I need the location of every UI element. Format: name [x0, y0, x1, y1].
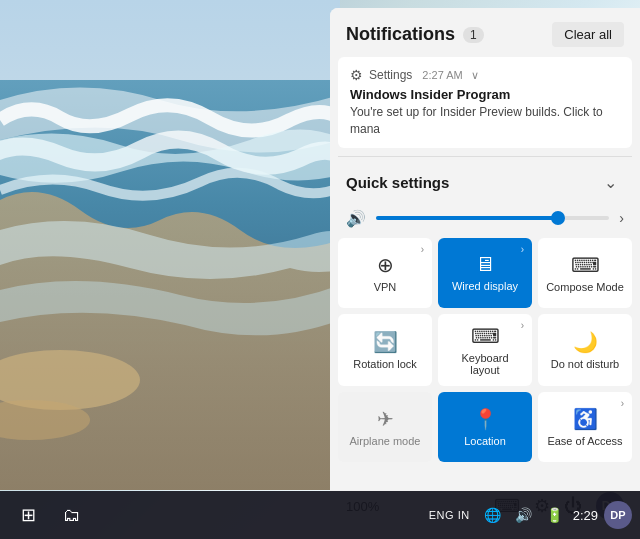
ease-of-access-chevron-icon: ›	[621, 398, 624, 409]
file-explorer-icon: 🗂	[63, 505, 81, 526]
start-button[interactable]: ⊞	[8, 495, 48, 535]
volume-slider[interactable]	[376, 216, 609, 220]
keyboard-layout-icon: ⌨	[471, 324, 500, 348]
compose-mode-tile[interactable]: ⌨ Compose Mode	[538, 238, 632, 308]
airplane-mode-icon: ✈	[377, 407, 394, 431]
clear-all-button[interactable]: Clear all	[552, 22, 624, 47]
quick-settings-section: Quick settings ⌄ 🔊 › › ⊕ VPN ›	[330, 157, 640, 530]
notification-item[interactable]: ⚙ Settings 2:27 AM ∨ Windows Insider Pro…	[338, 57, 632, 148]
wired-display-icon: 🖥	[475, 253, 495, 276]
notifications-badge: 1	[463, 27, 484, 43]
taskbar: ⊞ 🗂 ENG IN 🌐 🔊 🔋 2:29 DP	[0, 491, 640, 539]
quick-settings-grid: › ⊕ VPN › 🖥 Wired display ⌨ Compose Mode…	[330, 238, 640, 462]
airplane-mode-tile[interactable]: ✈ Airplane mode	[338, 392, 432, 462]
rotation-lock-tile[interactable]: 🔄 Rotation lock	[338, 314, 432, 386]
notification-title: Windows Insider Program	[350, 87, 620, 102]
do-not-disturb-icon: 🌙	[573, 330, 598, 354]
wired-display-label: Wired display	[452, 280, 518, 292]
keyboard-layout-label: Keyboard layout	[446, 352, 524, 376]
notification-time: 2:27 AM	[422, 69, 462, 81]
compose-mode-icon: ⌨	[571, 253, 600, 277]
vpn-icon: ⊕	[377, 253, 394, 277]
rotation-lock-label: Rotation lock	[353, 358, 417, 370]
do-not-disturb-tile[interactable]: 🌙 Do not disturb	[538, 314, 632, 386]
quick-settings-row-1: › ⊕ VPN › 🖥 Wired display ⌨ Compose Mode	[338, 238, 632, 308]
keyboard-layout-tile[interactable]: › ⌨ Keyboard layout	[438, 314, 532, 386]
ease-of-access-tile[interactable]: › ♿ Ease of Access	[538, 392, 632, 462]
compose-mode-label: Compose Mode	[546, 281, 624, 293]
notification-panel: Notifications 1 Clear all ⚙ Settings 2:2…	[330, 8, 640, 530]
keyboard-layout-chevron-icon: ›	[521, 320, 524, 331]
quick-settings-title: Quick settings	[346, 174, 449, 191]
quick-settings-row-3: ✈ Airplane mode 📍 Location › ♿ Ease of A…	[338, 392, 632, 462]
taskbar-clock[interactable]: 2:29	[573, 508, 598, 523]
taskbar-avatar[interactable]: DP	[604, 501, 632, 529]
notifications-title: Notifications	[346, 24, 455, 45]
network-tray-icon[interactable]: 🌐	[480, 505, 505, 525]
rotation-lock-icon: 🔄	[373, 330, 398, 354]
quick-settings-row-2: 🔄 Rotation lock › ⌨ Keyboard layout 🌙 Do…	[338, 314, 632, 386]
volume-tray-icon[interactable]: 🔊	[511, 505, 536, 525]
volume-row: 🔊 ›	[330, 205, 640, 238]
volume-slider-thumb[interactable]	[551, 211, 565, 225]
volume-icon: 🔊	[346, 209, 366, 228]
vpn-chevron-icon: ›	[421, 244, 424, 255]
do-not-disturb-label: Do not disturb	[551, 358, 619, 370]
language-indicator[interactable]: ENG IN	[425, 507, 474, 523]
notification-expand-icon: ∨	[471, 69, 479, 82]
volume-expand-icon[interactable]: ›	[619, 210, 624, 226]
vpn-label: VPN	[374, 281, 397, 293]
quick-settings-header: Quick settings ⌄	[330, 157, 640, 205]
file-explorer-button[interactable]: 🗂	[52, 495, 92, 535]
battery-tray-icon[interactable]: 🔋	[542, 505, 567, 525]
volume-slider-fill	[376, 216, 558, 220]
taskbar-time: 2:29	[573, 508, 598, 523]
wired-display-chevron-icon: ›	[521, 244, 524, 255]
airplane-mode-label: Airplane mode	[350, 435, 421, 447]
taskbar-right: ENG IN 🌐 🔊 🔋 2:29 DP	[425, 501, 640, 529]
background-image	[0, 0, 340, 490]
start-icon: ⊞	[21, 504, 36, 526]
vpn-tile[interactable]: › ⊕ VPN	[338, 238, 432, 308]
location-tile[interactable]: 📍 Location	[438, 392, 532, 462]
notification-source: Settings	[369, 68, 412, 82]
wired-display-tile[interactable]: › 🖥 Wired display	[438, 238, 532, 308]
location-label: Location	[464, 435, 506, 447]
quick-settings-collapse-button[interactable]: ⌄	[596, 169, 624, 197]
settings-gear-icon: ⚙	[350, 67, 363, 83]
location-icon: 📍	[473, 407, 498, 431]
notifications-header: Notifications 1 Clear all	[330, 8, 640, 57]
notifications-title-area: Notifications 1	[346, 24, 484, 45]
taskbar-left: ⊞ 🗂	[0, 495, 92, 535]
notification-body: You're set up for Insider Preview builds…	[350, 104, 620, 138]
notification-item-header: ⚙ Settings 2:27 AM ∨	[350, 67, 620, 83]
ease-of-access-label: Ease of Access	[547, 435, 622, 447]
ease-of-access-icon: ♿	[573, 407, 598, 431]
